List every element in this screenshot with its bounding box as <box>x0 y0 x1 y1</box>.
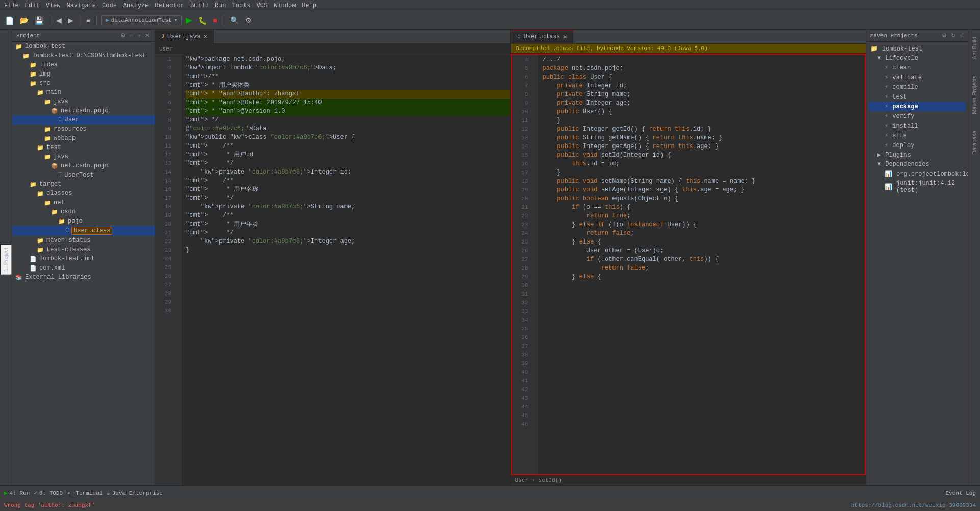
tree-item-13[interactable]: 📦net.csdn.pojo <box>12 161 155 171</box>
tree-item-0[interactable]: 📁lombok-test <box>12 42 155 51</box>
decompiled-line-num-20: 20 <box>516 194 528 203</box>
settings-btn[interactable]: ⚙ <box>243 15 254 26</box>
tree-item-11[interactable]: 📁test <box>12 143 155 152</box>
maven-lifecycle-install[interactable]: ⚡install <box>868 121 966 131</box>
maven-root[interactable]: 📁lombok-test <box>868 44 966 54</box>
maven-lifecycle-header[interactable]: ▼Lifecycle <box>868 54 966 63</box>
tree-item-label-15: target <box>39 181 61 188</box>
userjava-tab-label: User.java <box>167 33 201 40</box>
menu-file[interactable]: File <box>4 2 19 9</box>
tree-item-25[interactable]: 📚External Libraries <box>12 273 155 282</box>
tree-item-8[interactable]: CUser <box>12 115 155 125</box>
tree-item-7[interactable]: 📦net.csdn.pojo <box>12 106 155 115</box>
open-btn[interactable]: 📂 <box>18 15 31 26</box>
menu-help[interactable]: Help <box>302 2 316 9</box>
menu-build[interactable]: Build <box>190 2 209 9</box>
debug-btn[interactable]: 🐛 <box>196 15 209 26</box>
run-bottom-label: 4: Run <box>10 490 30 496</box>
maven-settings-btn[interactable]: ⚙ <box>941 32 948 39</box>
tree-item-4[interactable]: 📁src <box>12 79 155 88</box>
tree-item-label-6: java <box>54 98 68 105</box>
art-build-tab[interactable]: Ant Build <box>969 34 979 62</box>
decompiled-content[interactable]: 4567891011121314151617181920212223242526… <box>511 54 866 475</box>
userclass-tab[interactable]: C User.class ✕ <box>511 30 574 44</box>
new-file-btn[interactable]: 📄 <box>3 15 16 26</box>
menu-edit[interactable]: Edit <box>25 2 40 9</box>
maven-lifecycle-test[interactable]: ⚡test <box>868 92 966 102</box>
maven-plugins-header[interactable]: ▶Plugins <box>868 150 966 160</box>
tree-item-19[interactable]: 📁pojo <box>12 216 155 226</box>
tree-item-label-22: test-classes <box>46 246 90 253</box>
menu-window[interactable]: Window <box>274 2 296 9</box>
tree-item-23[interactable]: 📄lombok-test.iml <box>12 254 155 263</box>
forward-btn[interactable]: ▶ <box>66 15 76 26</box>
tree-item-20[interactable]: CUser.class <box>12 226 155 236</box>
decompiled-line-num-25: 25 <box>516 238 528 247</box>
project-tab-btn[interactable]: 1: Project <box>0 244 12 275</box>
tree-item-22[interactable]: 📁test-classes <box>12 245 155 254</box>
maven-lifecycle-package[interactable]: ⚡package <box>868 102 966 111</box>
run-bottom-btn[interactable]: ▶ 4: Run <box>4 490 30 496</box>
decompiled-code-line-41: return false; <box>543 229 865 238</box>
tree-item-2[interactable]: 📁.idea <box>12 60 155 69</box>
structure-btn[interactable]: ≡ <box>84 15 92 26</box>
maven-lifecycle-site[interactable]: ⚡site <box>868 131 966 140</box>
run-btn[interactable]: ▶ <box>184 14 194 26</box>
menu-analyze[interactable]: Analyze <box>123 2 149 9</box>
maven-lifecycle-validate[interactable]: ⚡validate <box>868 72 966 82</box>
terminal-bottom-label: Terminal <box>76 490 103 496</box>
maven-dep-junit[interactable]: 📊junit:junit:4.12 (test) <box>868 179 966 195</box>
tree-item-14[interactable]: TUserTest <box>12 171 155 180</box>
maven-lifecycle-deploy[interactable]: ⚡deploy <box>868 140 966 150</box>
maven-lifecycle-compile[interactable]: ⚡compile <box>868 82 966 92</box>
tree-item-10[interactable]: 📁webapp <box>12 134 155 143</box>
java-editor-content[interactable]: 1234567891011121314151617181920212223242… <box>155 54 510 485</box>
maven-dep-lombok[interactable]: 📊org.projectlombok:lo <box>868 169 966 179</box>
tree-item-1[interactable]: 📁lombok-test D:\CSDN\lombok-test <box>12 51 155 60</box>
tree-item-24[interactable]: 📄pom.xml <box>12 263 155 273</box>
tree-item-18[interactable]: 📁csdn <box>12 207 155 216</box>
menu-tools[interactable]: Tools <box>232 2 251 9</box>
tree-item-17[interactable]: 📁net <box>12 198 155 207</box>
menu-navigate[interactable]: Navigate <box>66 2 96 9</box>
maven-add-btn[interactable]: + <box>959 32 964 39</box>
run-config-selector[interactable]: ▶ dataAnnotationTest ▾ <box>101 15 182 25</box>
database-tab[interactable]: Database <box>969 128 979 158</box>
decompiled-line-num-11: 11 <box>516 116 528 125</box>
userjava-close-btn[interactable]: ✕ <box>204 33 207 40</box>
userclass-close-btn[interactable]: ✕ <box>564 33 567 41</box>
java-line-num-20: 20 <box>159 220 172 229</box>
search-everywhere-btn[interactable]: 🔍 <box>228 15 241 26</box>
tree-item-6[interactable]: 📁java <box>12 97 155 106</box>
menu-code[interactable]: Code <box>102 2 117 9</box>
maven-lifecycle-clean[interactable]: ⚡clean <box>868 63 966 72</box>
todo-bottom-btn[interactable]: ✓ 6: TODO <box>34 490 63 496</box>
menu-run[interactable]: Run <box>215 2 226 9</box>
tree-item-15[interactable]: 📁target <box>12 180 155 189</box>
maven-projects-tab[interactable]: Maven Projects <box>969 72 979 117</box>
tree-item-3[interactable]: 📁img <box>12 69 155 79</box>
project-close-btn[interactable]: ✕ <box>144 32 151 39</box>
toolbar: 📄 📂 💾 ◀ ▶ ≡ ▶ dataAnnotationTest ▾ ▶ 🐛 ■… <box>0 11 980 30</box>
stop-btn[interactable]: ■ <box>211 15 219 26</box>
terminal-bottom-btn[interactable]: >_ Terminal <box>67 490 103 496</box>
maven-refresh-btn[interactable]: ↻ <box>950 32 957 39</box>
tree-item-12[interactable]: 📁java <box>12 152 155 161</box>
project-collapse-btn[interactable]: ─ <box>129 32 135 39</box>
menu-view[interactable]: View <box>46 2 61 9</box>
maven-deps-header[interactable]: ▼Dependencies <box>868 160 966 169</box>
tree-item-5[interactable]: 📁main <box>12 88 155 97</box>
back-btn[interactable]: ◀ <box>54 15 64 26</box>
tree-item-9[interactable]: 📁resources <box>12 125 155 134</box>
tree-item-21[interactable]: 📁maven-status <box>12 236 155 245</box>
save-btn[interactable]: 💾 <box>33 15 45 26</box>
tree-item-16[interactable]: 📁classes <box>12 189 155 198</box>
project-expand-btn[interactable]: + <box>137 32 142 39</box>
event-log-btn[interactable]: Event Log <box>946 490 976 496</box>
menu-vcs[interactable]: VCS <box>257 2 268 9</box>
project-settings-btn[interactable]: ⚙ <box>119 32 127 39</box>
menu-refactor[interactable]: Refactor <box>155 2 184 9</box>
userjava-tab[interactable]: J User.java ✕ <box>155 30 214 44</box>
java-enterprise-bottom-btn[interactable]: ☕ Java Enterprise <box>107 490 163 496</box>
maven-lifecycle-verify[interactable]: ⚡verify <box>868 111 966 121</box>
